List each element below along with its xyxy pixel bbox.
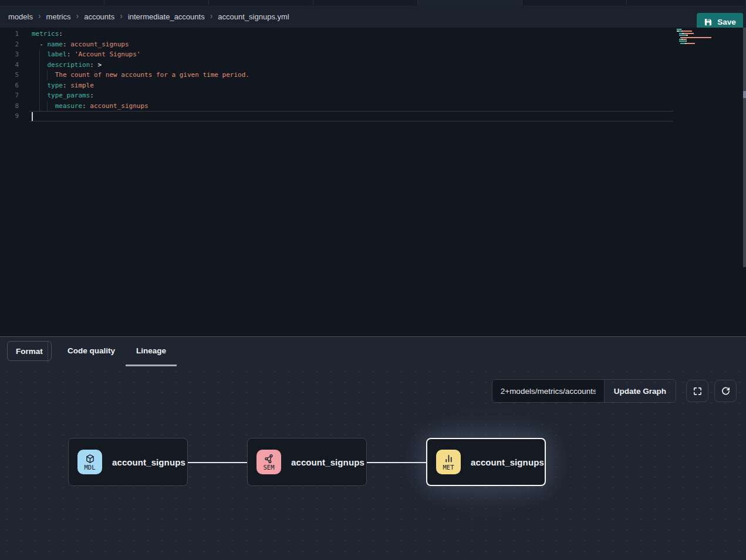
editor-scrollbar[interactable]	[743, 28, 746, 267]
fullscreen-icon	[693, 386, 703, 396]
breadcrumb-item[interactable]: models	[8, 12, 33, 21]
lineage-node-met[interactable]: METaccount_signups	[426, 438, 546, 486]
code-line-text: measure: account_signups	[32, 102, 148, 110]
code-line-text: metrics:	[32, 30, 63, 38]
editor-tab-segment[interactable]	[627, 0, 746, 5]
line-number: 7	[0, 90, 19, 101]
code-line-text: label: 'Account Signups'	[32, 50, 140, 58]
node-name: account_signups	[112, 457, 185, 467]
lineage-edge	[367, 462, 426, 463]
node-name: account_signups	[471, 457, 544, 467]
line-number: 1	[0, 29, 19, 39]
line-number: 8	[0, 101, 19, 112]
indent-guide	[39, 49, 40, 60]
line-number: 6	[0, 80, 19, 91]
text-cursor	[32, 112, 33, 121]
breadcrumb-separator-icon: ›	[210, 11, 213, 21]
breadcrumb-separator-icon: ›	[38, 11, 41, 21]
code-line-text: The count of new accounts for a given ti…	[32, 71, 249, 79]
save-icon	[704, 18, 713, 26]
save-button-label: Save	[717, 18, 736, 26]
panel-tab-lineage[interactable]: Lineage	[126, 337, 177, 366]
editor-tab-segment[interactable]	[209, 0, 313, 5]
indent-guide	[39, 90, 40, 101]
code-line[interactable]: 6 type: simple	[0, 80, 746, 91]
bottom-panel: Format Code qualityLineage Update Graph	[0, 336, 746, 560]
node-name: account_signups	[291, 457, 364, 467]
breadcrumb-separator-icon: ›	[120, 11, 123, 21]
indent-guide	[39, 80, 40, 91]
code-line[interactable]: 7 type_params:	[0, 90, 746, 101]
editor-scrollbar-thumb[interactable]	[743, 91, 746, 98]
editor-tab-segment[interactable]	[104, 0, 209, 5]
breadcrumb-item[interactable]: accounts	[84, 12, 114, 21]
indent-guide	[47, 70, 48, 80]
breadcrumb-bar: models›metrics›accounts›intermediate_acc…	[0, 5, 746, 28]
panel-header: Format Code qualityLineage	[0, 337, 746, 366]
code-line-text: - name: account_signups	[32, 41, 129, 48]
line-number: 9	[0, 111, 19, 122]
lineage-edge	[188, 462, 247, 463]
indent-guide	[39, 70, 40, 80]
code-line-text: type_params:	[32, 92, 94, 99]
editor-tab-segment[interactable]	[0, 0, 104, 5]
node-type-badge: SEM	[256, 450, 281, 474]
fullscreen-button[interactable]	[686, 380, 708, 402]
editor-tab-segment[interactable]	[522, 0, 627, 5]
node-type-badge: MET	[436, 450, 461, 474]
line-number: 3	[0, 49, 19, 60]
code-line-text: description: >	[32, 61, 102, 69]
node-type-label: MDL	[85, 464, 96, 471]
update-graph-button[interactable]: Update Graph	[604, 379, 676, 403]
line-number: 2	[0, 39, 19, 50]
model-cube-icon	[85, 454, 95, 464]
node-type-label: SEM	[264, 464, 275, 471]
indent-guide	[47, 101, 48, 112]
header-divider	[48, 340, 48, 363]
lineage-node-sem[interactable]: SEMaccount_signups	[247, 438, 367, 486]
metric-chart-icon	[444, 454, 454, 464]
line-number: 4	[0, 60, 19, 70]
code-lines: 1metrics:2 - name: account_signups3 labe…	[0, 28, 746, 336]
panel-tabs: Code qualityLineage	[57, 337, 177, 366]
code-line[interactable]: 1metrics:	[0, 29, 746, 39]
lineage-node-mdl[interactable]: MDLaccount_signups	[68, 438, 188, 486]
lineage-graph-canvas[interactable]: Update Graph	[0, 366, 746, 560]
editor-tabstrip	[0, 0, 746, 5]
line-number: 5	[0, 70, 19, 80]
code-line[interactable]: 2 - name: account_signups	[0, 39, 746, 50]
refresh-button[interactable]	[714, 380, 737, 402]
node-type-badge: MDL	[77, 450, 102, 474]
breadcrumb-item[interactable]: intermediate_accounts	[128, 12, 205, 21]
current-line-highlight	[29, 111, 673, 122]
code-line[interactable]: 8 measure: account_signups	[0, 101, 746, 112]
breadcrumb: models›metrics›accounts›intermediate_acc…	[8, 5, 289, 28]
code-line[interactable]: 5 The count of new accounts for a given …	[0, 70, 746, 80]
app-window: models›metrics›accounts›intermediate_acc…	[0, 0, 746, 560]
breadcrumb-separator-icon: ›	[76, 11, 79, 21]
code-editor[interactable]: 1metrics:2 - name: account_signups3 labe…	[0, 28, 746, 336]
node-type-label: MET	[443, 464, 454, 471]
breadcrumb-item[interactable]: metrics	[46, 12, 71, 21]
editor-tab-segment[interactable]	[313, 0, 418, 5]
format-button[interactable]: Format	[7, 341, 52, 361]
refresh-icon	[721, 386, 731, 396]
semantic-model-icon	[264, 454, 274, 464]
code-line[interactable]: 3 label: 'Account Signups'	[0, 49, 746, 60]
code-line-text: type: simple	[32, 82, 94, 89]
editor-tab-segment[interactable]	[418, 0, 522, 5]
indent-guide	[39, 60, 40, 70]
breadcrumb-item[interactable]: account_signups.yml	[218, 12, 289, 21]
indent-guide	[39, 101, 40, 112]
panel-tab-code-quality[interactable]: Code quality	[57, 337, 126, 366]
code-line[interactable]: 4 description: >	[0, 60, 746, 70]
minimap[interactable]	[677, 29, 713, 47]
